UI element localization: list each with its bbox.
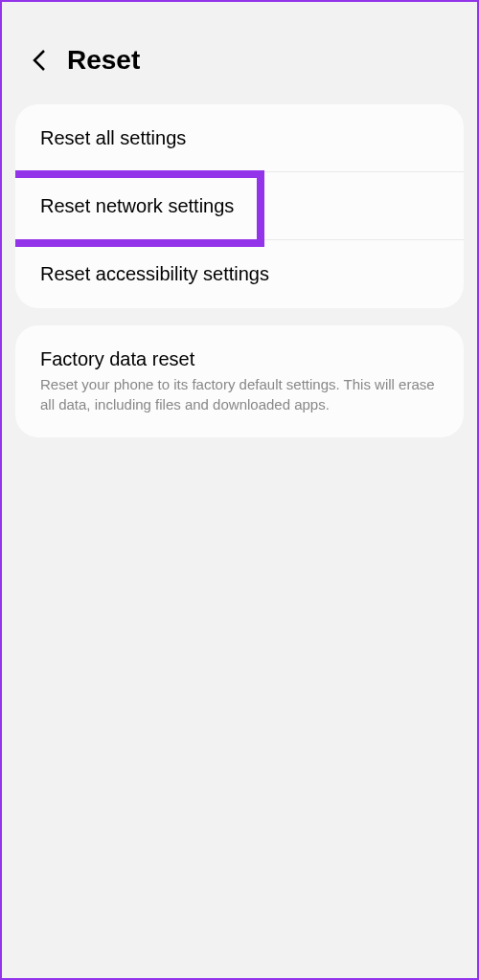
factory-data-reset-item[interactable]: Factory data reset Reset your phone to i…: [15, 325, 464, 437]
reset-all-settings-item[interactable]: Reset all settings: [15, 104, 464, 172]
item-label: Reset all settings: [40, 127, 439, 149]
item-label: Reset network settings: [40, 195, 439, 217]
factory-reset-section: Factory data reset Reset your phone to i…: [15, 325, 464, 437]
reset-accessibility-settings-item[interactable]: Reset accessibility settings: [15, 240, 464, 308]
header: Reset: [2, 2, 477, 104]
item-label: Reset accessibility settings: [40, 263, 439, 285]
item-subtitle: Reset your phone to its factory default …: [40, 374, 439, 414]
item-label: Factory data reset: [40, 348, 439, 370]
page-title: Reset: [67, 45, 140, 76]
back-icon[interactable]: [31, 47, 48, 74]
reset-options-section: Reset all settings Reset network setting…: [15, 104, 464, 308]
reset-network-settings-item[interactable]: Reset network settings: [15, 172, 464, 240]
